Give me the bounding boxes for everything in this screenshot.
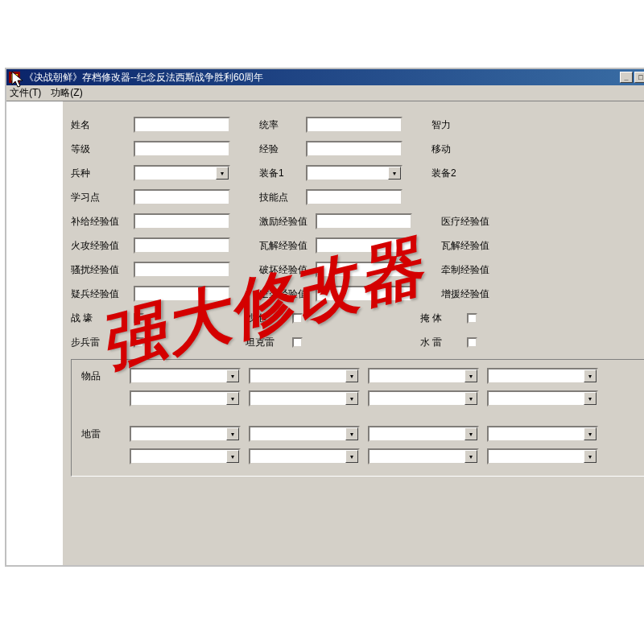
- checkbox-inf-mine[interactable]: [134, 337, 144, 348]
- chevron-down-icon: [584, 369, 597, 382]
- select-item-7[interactable]: [368, 390, 479, 407]
- svg-rect-1: [11, 74, 18, 80]
- label-restrain-exp: 牵制经验值: [441, 263, 491, 277]
- input-ambush-exp[interactable]: [134, 286, 230, 302]
- label-items: 物品: [81, 369, 122, 383]
- chevron-down-icon: [226, 427, 239, 440]
- input-experience[interactable]: [306, 141, 402, 157]
- label-landmine: 地雷: [81, 427, 122, 441]
- input-supply-exp[interactable]: [134, 213, 230, 229]
- window-title: 《决战朝鲜》存档修改器--纪念反法西斯战争胜利60周年: [24, 71, 620, 85]
- chevron-down-icon: [226, 450, 239, 463]
- label-bunker: 掩 体: [420, 312, 460, 325]
- window-controls: _ □ ×: [620, 72, 644, 83]
- label-reinforce-exp: 增援经验值: [441, 287, 491, 301]
- chevron-down-icon: [584, 392, 597, 405]
- app-icon: [8, 71, 21, 84]
- input-collapse-exp[interactable]: [316, 237, 412, 254]
- label-supply-exp: 补给经验值: [71, 215, 127, 229]
- menu-file[interactable]: 文件(T): [10, 86, 41, 100]
- select-item-4[interactable]: [487, 368, 598, 384]
- checkbox-sandbag[interactable]: [292, 313, 303, 324]
- minimize-button[interactable]: _: [620, 72, 633, 83]
- input-leadership[interactable]: [306, 117, 402, 133]
- select-landmine-7[interactable]: [368, 448, 479, 464]
- select-equip1[interactable]: [306, 165, 402, 181]
- main-window: 《决战朝鲜》存档修改器--纪念反法西斯战争胜利60周年 _ □ × 文件(T) …: [5, 68, 644, 567]
- checkbox-bunker[interactable]: [467, 313, 477, 324]
- input-skill-points[interactable]: [306, 189, 402, 205]
- label-equip2: 装备2: [431, 167, 472, 180]
- chevron-down-icon: [345, 392, 358, 405]
- chevron-down-icon: [464, 369, 477, 382]
- label-level: 等级: [71, 142, 127, 156]
- chevron-down-icon: [345, 427, 358, 440]
- select-item-6[interactable]: [249, 390, 360, 407]
- client-area: 姓名 统率 智力 等级 经验 移动 兵种: [6, 101, 644, 565]
- select-landmine-6[interactable]: [249, 448, 360, 464]
- menubar: 文件(T) 功略(Z): [6, 85, 644, 101]
- chevron-down-icon: [226, 369, 239, 382]
- select-item-8[interactable]: [487, 390, 598, 407]
- label-destroy-exp: 破坏经验值: [259, 263, 309, 277]
- label-collapse2-exp: 瓦解经验值: [441, 239, 491, 253]
- select-landmine-8[interactable]: [487, 448, 598, 464]
- select-landmine-4[interactable]: [487, 426, 598, 442]
- select-landmine-3[interactable]: [368, 426, 479, 442]
- maximize-button[interactable]: □: [634, 72, 644, 83]
- chevron-down-icon: [584, 450, 597, 463]
- input-level[interactable]: [134, 141, 230, 157]
- label-name: 姓名: [71, 118, 127, 132]
- label-medical-exp: 医疗经验值: [441, 215, 491, 229]
- label-experience: 经验: [259, 142, 299, 156]
- label-unit-type: 兵种: [71, 167, 127, 180]
- menu-function[interactable]: 功略(Z): [51, 86, 82, 100]
- titlebar: 《决战朝鲜》存档修改器--纪念反法西斯战争胜利60周年 _ □ ×: [6, 69, 644, 85]
- input-morale-exp[interactable]: [316, 213, 412, 229]
- label-equip1: 装备1: [259, 167, 299, 180]
- label-tank-mine: 坦克雷: [246, 336, 286, 349]
- chevron-down-icon: [464, 427, 477, 440]
- select-landmine-1[interactable]: [130, 426, 241, 442]
- chevron-down-icon: [464, 392, 477, 405]
- label-intelligence: 智力: [431, 118, 472, 132]
- input-name[interactable]: [134, 117, 230, 133]
- label-morale-exp: 激励经验值: [259, 215, 309, 229]
- checkbox-trench[interactable]: [134, 313, 144, 324]
- input-study-points[interactable]: [134, 189, 230, 205]
- form-area: 姓名 统率 智力 等级 经验 移动 兵种: [64, 101, 644, 565]
- select-item-5[interactable]: [130, 390, 241, 407]
- checkbox-naval-mine[interactable]: [467, 337, 477, 348]
- label-collapse-exp: 瓦解经验值: [259, 239, 309, 253]
- input-airdrop-exp[interactable]: [316, 286, 412, 302]
- chevron-down-icon: [216, 167, 229, 180]
- chevron-down-icon: [226, 392, 239, 405]
- chevron-down-icon: [345, 369, 358, 382]
- label-study-points: 学习点: [71, 191, 127, 204]
- label-ambush-exp: 疑兵经验值: [71, 287, 127, 301]
- input-destroy-exp[interactable]: [316, 262, 412, 278]
- select-landmine-5[interactable]: [130, 448, 241, 464]
- select-unit-type[interactable]: [134, 165, 230, 181]
- label-movement: 移动: [431, 142, 472, 156]
- input-harass-exp[interactable]: [134, 262, 230, 278]
- label-harass-exp: 骚扰经验值: [71, 263, 127, 277]
- select-item-3[interactable]: [368, 368, 479, 384]
- select-item-1[interactable]: [130, 368, 241, 384]
- label-trench: 战 壕: [71, 312, 127, 325]
- chevron-down-icon: [584, 427, 597, 440]
- chevron-down-icon: [388, 167, 401, 180]
- checkbox-tank-mine[interactable]: [292, 337, 303, 348]
- select-landmine-2[interactable]: [249, 426, 360, 442]
- label-leadership: 统率: [259, 118, 299, 132]
- label-skill-points: 技能点: [259, 191, 299, 204]
- input-fire-exp[interactable]: [134, 237, 230, 254]
- items-panel: 物品 地雷: [71, 359, 644, 477]
- label-inf-mine: 步兵雷: [71, 336, 127, 349]
- chevron-down-icon: [464, 450, 477, 463]
- sidebar-list[interactable]: [6, 101, 64, 565]
- label-airdrop-exp: 空袭经验值: [259, 287, 309, 301]
- chevron-down-icon: [345, 450, 358, 463]
- label-fire-exp: 火攻经验值: [71, 239, 127, 253]
- select-item-2[interactable]: [249, 368, 360, 384]
